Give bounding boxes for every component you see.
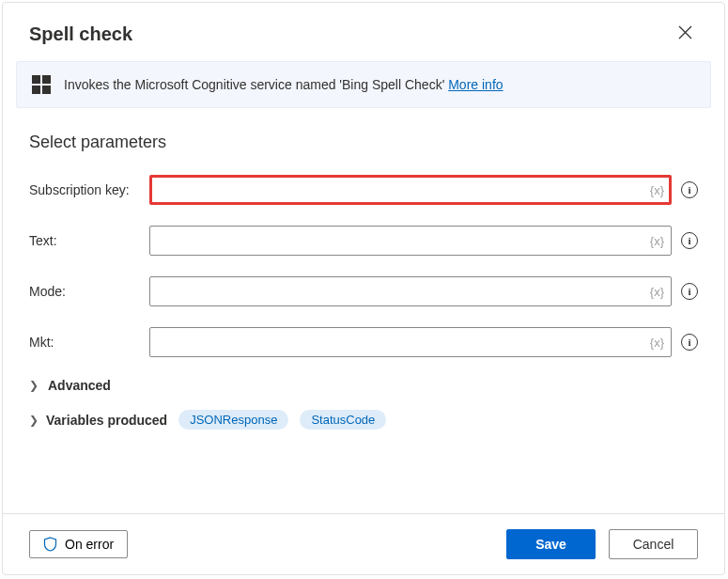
text-row: Text: {x} i bbox=[29, 226, 698, 256]
close-button[interactable] bbox=[673, 20, 698, 48]
info-icon[interactable]: i bbox=[681, 283, 698, 300]
advanced-label: Advanced bbox=[48, 378, 111, 393]
mkt-input[interactable] bbox=[149, 327, 672, 357]
variables-produced-expander[interactable]: ❯ Variables produced JSONResponse Status… bbox=[29, 410, 698, 430]
variable-pill-status[interactable]: StatusCode bbox=[300, 410, 386, 430]
variables-produced-label: Variables produced bbox=[46, 413, 167, 428]
text-label: Text: bbox=[29, 233, 149, 248]
microsoft-logo-icon bbox=[32, 75, 51, 94]
on-error-button[interactable]: On error bbox=[29, 530, 128, 558]
cancel-button[interactable]: Cancel bbox=[609, 529, 698, 559]
subscription-key-label: Subscription key: bbox=[29, 182, 149, 197]
mode-input-wrapper: {x} bbox=[149, 276, 672, 306]
close-icon bbox=[678, 25, 692, 39]
banner-description: Invokes the Microsoft Cognitive service … bbox=[64, 77, 448, 92]
mode-row: Mode: {x} i bbox=[29, 276, 698, 306]
shield-icon bbox=[43, 537, 57, 552]
info-icon[interactable]: i bbox=[681, 181, 698, 198]
subscription-key-row: Subscription key: {x} i bbox=[29, 175, 698, 205]
parameters-section: Select parameters Subscription key: {x} … bbox=[3, 108, 724, 446]
variable-pill-json[interactable]: JSONResponse bbox=[178, 410, 288, 430]
dialog-footer: On error Save Cancel bbox=[3, 513, 724, 574]
mkt-label: Mkt: bbox=[29, 335, 149, 350]
mkt-input-wrapper: {x} bbox=[149, 327, 672, 357]
save-button[interactable]: Save bbox=[506, 529, 596, 559]
info-icon[interactable]: i bbox=[681, 232, 698, 249]
mkt-row: Mkt: {x} i bbox=[29, 327, 698, 357]
advanced-expander[interactable]: ❯ Advanced bbox=[29, 378, 698, 393]
dialog-title: Spell check bbox=[29, 23, 132, 45]
section-title: Select parameters bbox=[29, 133, 698, 152]
mode-input[interactable] bbox=[149, 276, 672, 306]
info-icon[interactable]: i bbox=[681, 334, 698, 351]
info-banner: Invokes the Microsoft Cognitive service … bbox=[16, 61, 711, 108]
chevron-right-icon: ❯ bbox=[29, 379, 39, 392]
subscription-key-input[interactable] bbox=[149, 175, 672, 205]
on-error-label: On error bbox=[65, 537, 114, 552]
text-input-wrapper: {x} bbox=[149, 226, 672, 256]
subscription-key-input-wrapper: {x} bbox=[149, 175, 672, 205]
footer-actions: Save Cancel bbox=[506, 529, 698, 559]
spell-check-dialog: Spell check Invokes the Microsoft Cognit… bbox=[2, 2, 725, 575]
dialog-header: Spell check bbox=[3, 3, 724, 61]
banner-text: Invokes the Microsoft Cognitive service … bbox=[64, 77, 503, 92]
more-info-link[interactable]: More info bbox=[448, 77, 503, 92]
chevron-right-icon: ❯ bbox=[29, 414, 39, 427]
text-input[interactable] bbox=[149, 226, 672, 256]
mode-label: Mode: bbox=[29, 284, 149, 299]
